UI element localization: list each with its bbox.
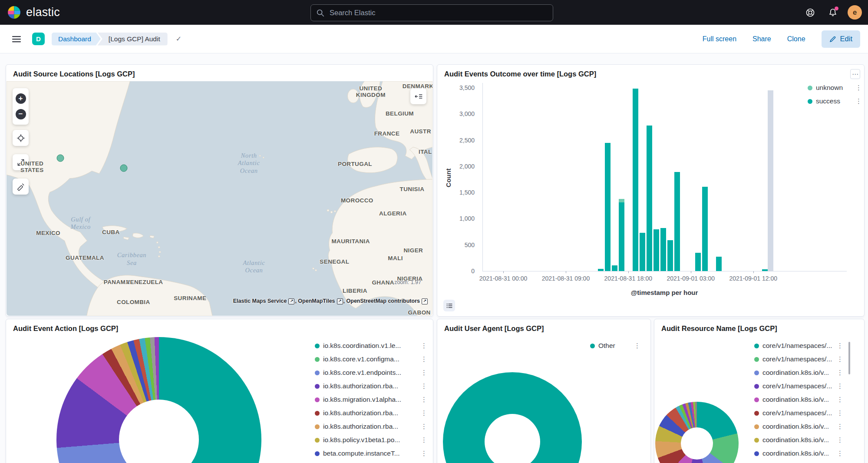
legend-item-options-icon[interactable]: ⋮ (855, 84, 861, 92)
legend-item-options-icon[interactable]: ⋮ (837, 396, 843, 403)
legend-toggle-button[interactable] (443, 300, 455, 311)
zoom-in-button[interactable]: + (16, 93, 26, 104)
legend-item-options-icon[interactable]: ⋮ (855, 97, 861, 105)
legend-item[interactable]: beta.compute.instanceT...⋮ (315, 449, 427, 458)
legend-item-options-icon[interactable]: ⋮ (421, 369, 427, 377)
map-attribution-link[interactable]: OpenStreetMap contributors (347, 298, 420, 304)
legend-item-options-icon[interactable]: ⋮ (421, 342, 427, 350)
x-tick-mark (503, 271, 504, 273)
legend-item[interactable]: core/v1/namespaces/...⋮ (754, 408, 843, 418)
tools-icon (17, 182, 25, 191)
breadcrumb-dashboard[interactable]: Dashboard (52, 33, 101, 46)
bar-success[interactable] (647, 126, 652, 271)
panel-audit-user-agent: Audit User Agent [Logs GCP] Other⋮ (437, 319, 651, 463)
global-search[interactable] (310, 4, 553, 21)
legend-collapse-button[interactable] (410, 88, 426, 104)
legend-item-options-icon[interactable]: ⋮ (421, 423, 427, 430)
edit-button[interactable]: Edit (822, 30, 860, 48)
map-attribution-link[interactable]: OpenMapTiles (298, 298, 335, 304)
legend-item-options-icon[interactable]: ⋮ (837, 382, 843, 390)
legend-item[interactable]: coordination.k8s.io/v...⋮ (754, 435, 843, 445)
legend-item-options-icon[interactable]: ⋮ (837, 409, 843, 417)
event-action-donut-chart[interactable] (56, 337, 261, 463)
bar-success[interactable] (605, 143, 611, 271)
legend-item[interactable]: core/v1/namespaces/...⋮ (754, 341, 843, 351)
resource-name-donut-chart[interactable] (655, 402, 739, 463)
legend-item-options-icon[interactable]: ⋮ (421, 409, 427, 417)
notification-badge (835, 7, 838, 10)
zoom-out-button[interactable]: − (16, 109, 26, 119)
map-canvas[interactable]: + − (7, 81, 432, 316)
legend-color-dot (315, 411, 320, 416)
legend-item-options-icon[interactable]: ⋮ (837, 369, 843, 377)
notifications-button[interactable] (825, 5, 841, 20)
bar-success[interactable] (633, 89, 638, 271)
legend-item-options-icon[interactable]: ⋮ (837, 436, 843, 444)
bar-success[interactable] (695, 253, 701, 271)
legend-item-label: io.k8s.core.v1.configma... (323, 355, 399, 363)
legend-item[interactable]: Other⋮ (590, 341, 640, 351)
set-view-button[interactable] (13, 130, 29, 146)
map-attribution[interactable]: Elastic Maps Service↗, OpenMapTiles↗, Op… (233, 298, 428, 304)
user-agent-donut-chart[interactable] (443, 372, 582, 463)
bar-success[interactable] (702, 187, 708, 271)
legend-item[interactable]: coordination.k8s.io/v...⋮ (754, 449, 843, 458)
legend-item-options-icon[interactable]: ⋮ (837, 450, 843, 457)
bar-success[interactable] (619, 202, 624, 271)
legend-item[interactable]: io.k8s.coordination.v1.le...⋮ (315, 341, 427, 351)
search-input[interactable] (329, 8, 553, 17)
user-avatar[interactable]: e (848, 5, 862, 20)
bar-success[interactable] (716, 257, 722, 271)
breadcrumb: Dashboard [Logs GCP] Audit (52, 33, 168, 46)
bar-success[interactable] (612, 265, 617, 271)
legend-item-options-icon[interactable]: ⋮ (421, 396, 427, 403)
legend-item[interactable]: io.k8s.migration.v1alpha...⋮ (315, 395, 427, 404)
outcome-plot[interactable] (482, 83, 847, 271)
bar-success[interactable] (640, 233, 645, 271)
fit-to-data-button[interactable] (13, 154, 29, 170)
legend-item[interactable]: io.k8s.core.v1.configma...⋮ (315, 354, 427, 364)
edit-button-label: Edit (840, 35, 852, 43)
legend-item[interactable]: coordination.k8s.io/v...⋮ (754, 422, 843, 431)
legend-item[interactable]: io.k8s.authorization.rba...⋮ (315, 408, 427, 418)
legend-item-label: io.k8s.authorization.rba... (323, 409, 398, 417)
share-button[interactable]: Share (752, 35, 771, 43)
elastic-brand[interactable]: elastic (7, 5, 60, 20)
legend-item-options-icon[interactable]: ⋮ (421, 355, 427, 363)
legend-item[interactable]: io.k8s.policy.v1beta1.po...⋮ (315, 435, 427, 445)
nav-menu-button[interactable] (10, 33, 23, 45)
legend-scrollbar[interactable] (848, 342, 850, 374)
legend-item[interactable]: coordination.k8s.io/v...⋮ (754, 368, 843, 377)
legend-item-options-icon[interactable]: ⋮ (421, 382, 427, 390)
map-data-marker[interactable] (120, 164, 127, 172)
bar-success[interactable] (667, 240, 673, 271)
x-axis-title: @timestamp per hour (482, 289, 846, 296)
legend-item[interactable]: coordination.k8s.io/v...⋮ (754, 395, 843, 404)
legend-item[interactable]: core/v1/namespaces/...⋮ (754, 354, 843, 364)
clone-button[interactable]: Clone (787, 35, 805, 43)
help-button[interactable] (802, 5, 818, 20)
legend-item[interactable]: core/v1/namespaces/...⋮ (754, 381, 843, 391)
full-screen-button[interactable]: Full screen (703, 35, 736, 43)
bar-success[interactable] (674, 172, 680, 271)
saved-check-icon[interactable]: ✓ (173, 34, 184, 43)
legend-item-options-icon[interactable]: ⋮ (837, 342, 843, 350)
bar-success[interactable] (653, 229, 659, 271)
map-data-marker[interactable] (56, 155, 64, 162)
legend-item-options-icon[interactable]: ⋮ (837, 355, 843, 363)
legend-item-options-icon[interactable]: ⋮ (421, 436, 427, 444)
legend-item-options-icon[interactable]: ⋮ (634, 342, 640, 350)
legend-item[interactable]: io.k8s.authorization.rba...⋮ (315, 381, 427, 391)
space-badge[interactable]: D (32, 33, 45, 45)
crosshair-icon (16, 133, 26, 143)
legend-item[interactable]: io.k8s.core.v1.endpoints...⋮ (315, 368, 427, 377)
legend-item[interactable]: io.k8s.authorization.rba...⋮ (315, 422, 427, 431)
legend-item-options-icon[interactable]: ⋮ (837, 423, 843, 430)
bar-unknown[interactable] (619, 199, 624, 202)
draw-tools-button[interactable] (13, 179, 29, 195)
y-tick-label: 2,500 (459, 137, 475, 144)
map-attribution-link[interactable]: Elastic Maps Service (233, 298, 287, 304)
legend-item-options-icon[interactable]: ⋮ (421, 450, 427, 457)
bar-success[interactable] (660, 228, 666, 271)
panel-options-icon[interactable]: ⋯ (850, 69, 860, 79)
